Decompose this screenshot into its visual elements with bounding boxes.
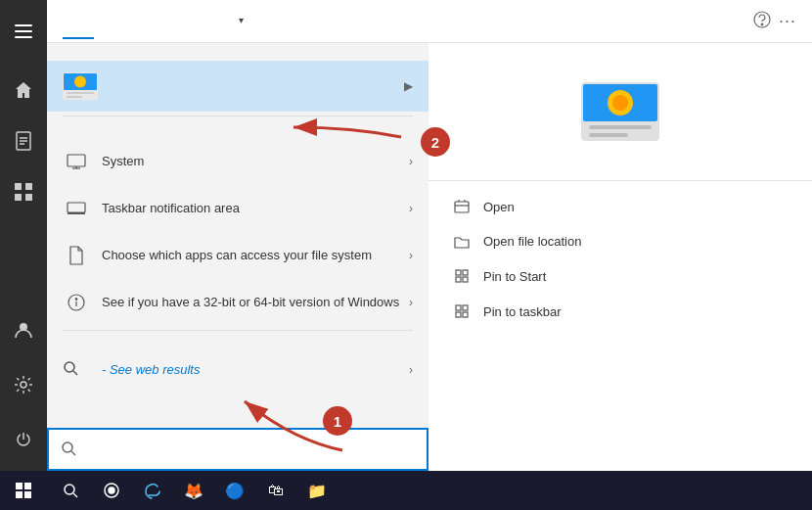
settings-filesystem-item[interactable]: Choose which apps can access your file s… [47,232,429,279]
action-list: Open Open file location [429,189,812,329]
svg-rect-52 [24,491,31,498]
web-see-results-text: - See web results [102,362,200,377]
web-search-item[interactable]: - See web results › [47,352,429,387]
settings-label [47,120,429,138]
start-menu: ▾ ··· [47,0,812,471]
tab-all[interactable] [63,3,94,39]
svg-rect-8 [25,183,32,190]
search-box[interactable] [47,428,429,471]
tab-more[interactable]: ▾ [219,3,259,39]
settings-filesystem-arrow-icon: › [409,249,413,262]
settings-filesystem-text: Choose which apps can access your file s… [102,248,409,264]
settings-bitversion-item[interactable]: See if you have a 32-bit or 64-bit versi… [47,279,429,326]
svg-rect-38 [455,202,469,212]
user-button[interactable] [0,306,47,353]
tab-documents[interactable] [125,3,157,39]
open-location-icon [452,235,472,249]
feedback-icon[interactable] [753,11,771,32]
taskbar-icon [63,195,90,222]
svg-rect-49 [16,483,23,489]
taskbar-chrome-icon[interactable]: 🔵 [215,471,254,510]
system-icon [63,148,90,175]
action-open[interactable]: Open [444,189,796,224]
settings-sidebar-button[interactable] [0,361,47,408]
svg-rect-2 [15,36,32,38]
svg-point-27 [75,299,77,301]
open-icon [452,199,472,214]
svg-point-35 [612,95,628,111]
info-icon [63,289,90,316]
svg-rect-7 [15,183,22,190]
svg-rect-43 [456,305,461,310]
settings-system-arrow-icon: › [409,155,413,168]
svg-rect-41 [456,277,461,282]
svg-point-53 [65,485,74,494]
taskbar-edge-icon[interactable] [133,471,172,510]
apps-button[interactable] [0,168,47,215]
taskbar-cortana-icon[interactable] [92,471,131,510]
settings-bitversion-text: See if you have a 32-bit or 64-bit versi… [102,295,409,311]
taskbar-icons: 🦊 🔵 🛍 📁 [47,471,796,510]
divider-2 [63,330,413,331]
action-open-location[interactable]: Open file location [444,224,796,258]
svg-rect-20 [68,155,85,166]
svg-point-30 [63,442,72,452]
svg-rect-42 [463,277,468,282]
web-arrow-icon: › [409,363,413,377]
svg-rect-19 [67,96,82,98]
tab-email[interactable] [157,3,188,39]
right-preview-panel: Open Open file location [429,43,812,471]
svg-rect-37 [589,133,628,137]
web-search-text: - See web results [102,362,409,377]
start-button[interactable] [0,471,47,510]
tab-apps[interactable] [94,3,125,39]
action-pin-taskbar[interactable]: Pin to taskbar [444,294,796,329]
hamburger-menu-button[interactable] [0,8,47,55]
nav-tabs-bar: ▾ ··· [47,0,812,43]
settings-taskbar-text: Taskbar notification area [102,201,409,217]
svg-rect-23 [68,203,85,212]
svg-rect-39 [456,270,461,275]
settings-bitversion-arrow-icon: › [409,296,413,309]
svg-line-29 [73,371,77,375]
svg-rect-0 [15,24,32,26]
svg-rect-9 [15,194,22,201]
svg-rect-10 [25,194,32,201]
action-pin-start-text: Pin to Start [483,269,546,284]
taskbar-store-icon[interactable]: 🛍 [256,471,295,510]
taskbar: 🦊 🔵 🛍 📁 [0,471,812,510]
content-area: ▶ System › [47,43,812,471]
control-panel-large-icon [581,82,659,141]
settings-taskbar-arrow-icon: › [409,202,413,215]
taskbar-explorer-icon[interactable]: 📁 [297,471,337,510]
pin-taskbar-icon [452,303,472,319]
search-web-icon [63,360,90,379]
best-match-label [47,43,429,61]
power-button[interactable] [0,416,47,463]
svg-rect-18 [67,92,94,94]
settings-taskbar-item[interactable]: Taskbar notification area › [47,185,429,232]
svg-rect-50 [24,483,31,489]
action-open-text: Open [483,200,515,214]
svg-rect-1 [15,30,32,32]
svg-line-54 [73,493,77,497]
divider-1 [63,116,413,116]
settings-system-text: System [102,154,409,170]
taskbar-search-icon[interactable] [51,471,90,510]
search-icon [61,440,76,459]
nav-tabs-right: ··· [753,11,796,32]
ellipsis-menu-icon[interactable]: ··· [779,11,796,31]
svg-rect-44 [463,305,468,310]
control-panel-result[interactable]: ▶ [47,61,429,112]
action-pin-start[interactable]: Pin to Start [444,258,796,294]
svg-rect-24 [68,212,85,214]
recent-docs-button[interactable] [0,117,47,164]
left-results-panel: ▶ System › [47,43,429,471]
tab-web[interactable] [188,3,219,39]
settings-system-item[interactable]: System › [47,138,429,185]
taskbar-firefox-icon[interactable]: 🦊 [174,471,213,510]
pin-start-icon [452,268,472,284]
control-panel-small-icon [63,69,98,104]
svg-rect-36 [589,125,652,129]
home-button[interactable] [0,67,47,114]
